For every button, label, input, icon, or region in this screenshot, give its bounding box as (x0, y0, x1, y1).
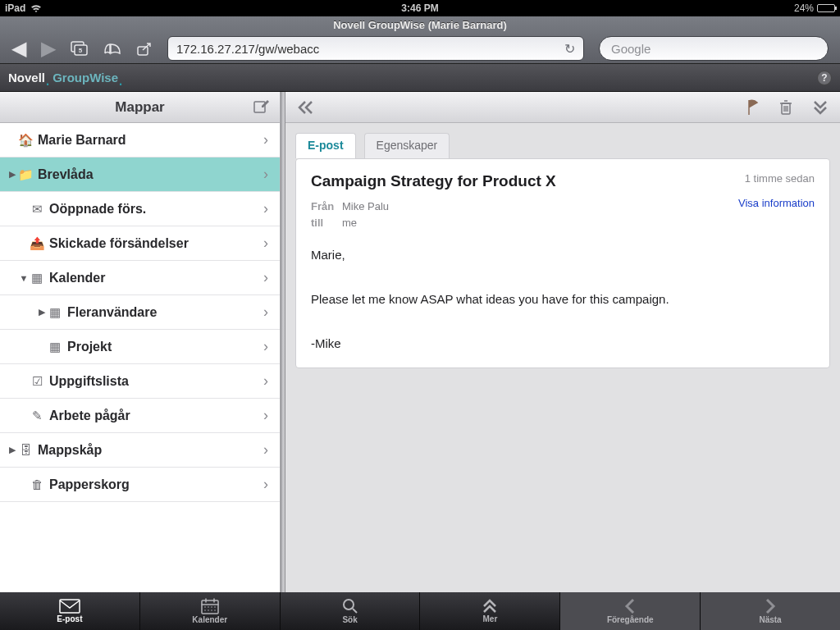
folder-item[interactable]: ▶🗄Mappskåp› (0, 433, 280, 468)
folder-list: 🏠Marie Barnard›▶📁Brevlåda›✉Oöppnade förs… (0, 123, 280, 502)
svg-point-8 (344, 600, 354, 609)
expand-down-icon[interactable] (812, 99, 829, 116)
show-info-link[interactable]: Visa information (738, 197, 815, 209)
chevron-right-icon: › (263, 235, 268, 252)
tabbar-search[interactable]: Sök (281, 592, 420, 630)
svg-text:5: 5 (79, 47, 83, 54)
folder-icon: ▦ (30, 271, 44, 285)
folder-item[interactable]: ☑Uppgiftslista› (0, 364, 280, 399)
folder-item[interactable]: ✎Arbete pågår› (0, 399, 280, 433)
folder-icon: ☑ (30, 374, 44, 389)
chevron-right-icon: › (263, 441, 268, 459)
folder-label: Uppgiftslista (49, 374, 129, 389)
tabbar-email-label: E-post (57, 614, 82, 623)
folder-label: Marie Barnard (38, 133, 126, 148)
chevron-right-icon (765, 598, 776, 614)
tabbar-more[interactable]: Mer (420, 592, 559, 630)
tabbar-prev-label: Föregående (607, 615, 654, 624)
folder-icon: ✎ (30, 409, 44, 423)
tab-properties-label: Egenskaper (377, 139, 438, 152)
collapse-button[interactable] (297, 100, 315, 115)
folder-label: Arbete pågår (49, 409, 130, 423)
tabbar-prev[interactable]: Föregående (560, 592, 700, 630)
folder-icon: ✉ (30, 202, 44, 217)
chevron-right-icon: › (263, 476, 268, 493)
tabbar-more-label: Mer (483, 614, 498, 623)
folder-label: Brevlåda (38, 167, 94, 182)
forward-button[interactable]: ▶ (41, 37, 56, 60)
help-button[interactable]: ? (817, 71, 832, 85)
sidebar-title: Mappar (115, 99, 164, 116)
folder-item[interactable]: ▼▦Kalender› (0, 261, 280, 295)
app-header: Novell. GroupWise. ? (0, 64, 840, 92)
url-bar[interactable]: 172.16.27.217/gw/webacc ↻ (167, 36, 584, 61)
device-label: iPad (5, 2, 25, 14)
chevron-right-icon: › (263, 269, 268, 286)
tabbar-next[interactable]: Nästa (701, 592, 840, 630)
message-card: Campaign Strategy for Product X 1 timme … (295, 158, 830, 368)
to-label: till (311, 215, 337, 231)
pages-button[interactable]: 5 (71, 41, 89, 56)
clock: 3:46 PM (401, 2, 438, 14)
tab-email[interactable]: E-post (295, 133, 356, 158)
chevron-right-icon: › (263, 200, 268, 217)
main-area: Mappar 🏠Marie Barnard›▶📁Brevlåda›✉Oöppna… (0, 92, 840, 592)
folder-item[interactable]: 🏠Marie Barnard› (0, 123, 280, 158)
bookmarks-button[interactable] (103, 41, 121, 56)
chevron-right-icon: › (263, 131, 268, 148)
flag-icon[interactable] (746, 99, 760, 116)
folder-icon: 🗄 (18, 443, 33, 457)
folder-label: Skickade försändelser (49, 236, 189, 251)
folder-icon: ▦ (48, 340, 62, 354)
content-pane: E-post Egenskaper Campaign Strategy for … (285, 92, 840, 592)
folder-icon: ▦ (48, 305, 62, 320)
folder-icon: 🗑 (30, 477, 44, 491)
brand-novell: Novell (8, 71, 45, 84)
trash-icon[interactable] (779, 99, 792, 116)
disclosure-icon[interactable]: ▶ (36, 307, 48, 317)
tab-email-label: E-post (308, 139, 344, 152)
from-value: Mike Palu (342, 199, 389, 215)
folder-item[interactable]: 📤Skickade försändelser› (0, 226, 280, 261)
calendar-icon (201, 598, 219, 614)
content-toolbar (285, 92, 840, 123)
folder-item[interactable]: ✉Oöppnade förs.› (0, 192, 280, 226)
folder-item[interactable]: ▦Projekt› (0, 330, 280, 364)
disclosure-icon[interactable]: ▶ (7, 169, 18, 180)
refresh-icon[interactable]: ↻ (564, 41, 575, 57)
share-button[interactable] (136, 41, 153, 56)
svg-rect-6 (60, 600, 80, 613)
chevron-right-icon: › (263, 372, 268, 390)
compose-button[interactable] (253, 98, 270, 113)
safari-chrome: Novell GroupWise (Marie Barnard) ◀ ▶ 5 1… (0, 16, 840, 64)
tab-properties[interactable]: Egenskaper (364, 133, 450, 158)
tabbar-calendar[interactable]: Kalender (140, 592, 280, 630)
search-placeholder: Google (611, 42, 651, 56)
folder-item[interactable]: ▶📁Brevlåda› (0, 158, 280, 192)
body-line: -Mike (311, 332, 815, 354)
battery-icon (817, 4, 835, 12)
bottom-tabbar: E-post Kalender Sök Mer Föregående Nästa (0, 592, 840, 630)
folder-label: Oöppnade förs. (49, 202, 146, 217)
disclosure-icon[interactable]: ▶ (7, 445, 18, 455)
brand-groupwise: GroupWise (52, 71, 118, 84)
folder-item[interactable]: 🗑Papperskorg› (0, 468, 280, 502)
folder-label: Projekt (67, 340, 112, 354)
page-title: Novell GroupWise (Marie Barnard) (0, 16, 840, 31)
message-time: 1 timme sedan (745, 172, 815, 185)
tabbar-email[interactable]: E-post (0, 592, 139, 630)
folder-item[interactable]: ▶▦Fleranvändare› (0, 295, 280, 330)
folder-icon: 📤 (30, 236, 44, 251)
search-bar[interactable]: Google (599, 36, 829, 61)
back-button[interactable]: ◀ (11, 37, 26, 60)
folder-label: Mappskåp (38, 443, 102, 458)
chevron-right-icon: › (263, 304, 268, 321)
svg-rect-7 (202, 600, 218, 614)
folder-icon: 📁 (18, 167, 33, 182)
chevron-right-icon: › (263, 166, 268, 183)
folder-label: Fleranvändare (67, 305, 157, 320)
sidebar-header: Mappar (0, 92, 280, 123)
tabbar-next-label: Nästa (759, 615, 781, 624)
wifi-icon (30, 4, 42, 13)
disclosure-icon[interactable]: ▼ (18, 273, 30, 283)
